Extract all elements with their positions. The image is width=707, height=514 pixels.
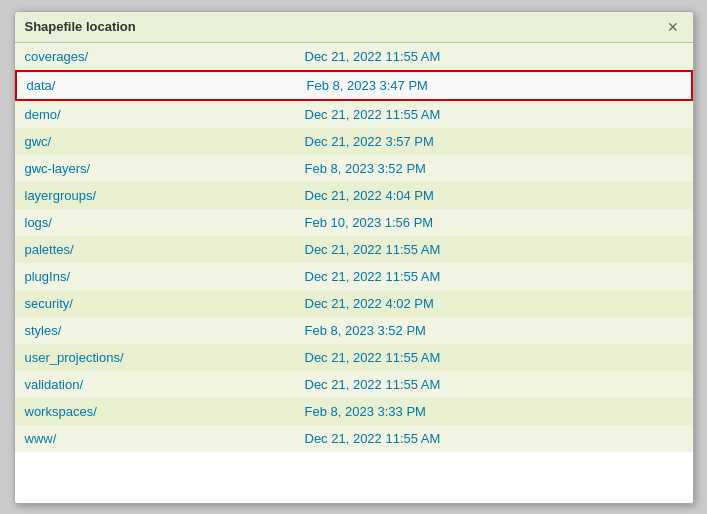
file-date: Dec 21, 2022 11:55 AM xyxy=(305,49,441,64)
file-name: coverages/ xyxy=(25,49,305,64)
file-name: styles/ xyxy=(25,323,305,338)
file-name: validation/ xyxy=(25,377,305,392)
file-name: demo/ xyxy=(25,107,305,122)
close-button[interactable]: ✕ xyxy=(663,18,683,36)
file-name: gwc-layers/ xyxy=(25,161,305,176)
file-name: www/ xyxy=(25,431,305,446)
file-name: workspaces/ xyxy=(25,404,305,419)
file-date: Feb 8, 2023 3:52 PM xyxy=(305,161,426,176)
list-item[interactable]: layergroups/Dec 21, 2022 4:04 PM xyxy=(15,182,693,209)
list-item[interactable]: demo/Dec 21, 2022 11:55 AM xyxy=(15,101,693,128)
file-date: Dec 21, 2022 11:55 AM xyxy=(305,350,441,365)
file-date: Dec 21, 2022 3:57 PM xyxy=(305,134,434,149)
list-item[interactable]: security/Dec 21, 2022 4:02 PM xyxy=(15,290,693,317)
list-item[interactable]: www/Dec 21, 2022 11:55 AM xyxy=(15,425,693,452)
list-item[interactable]: plugIns/Dec 21, 2022 11:55 AM xyxy=(15,263,693,290)
list-item[interactable]: coverages/Dec 21, 2022 11:55 AM xyxy=(15,43,693,70)
file-name: user_projections/ xyxy=(25,350,305,365)
file-date: Feb 8, 2023 3:52 PM xyxy=(305,323,426,338)
file-date: Feb 8, 2023 3:47 PM xyxy=(307,78,428,93)
file-name: layergroups/ xyxy=(25,188,305,203)
dialog-header: Shapefile location ✕ xyxy=(15,12,693,43)
file-name: data/ xyxy=(27,78,307,93)
file-name: plugIns/ xyxy=(25,269,305,284)
file-date: Feb 8, 2023 3:33 PM xyxy=(305,404,426,419)
file-date: Feb 10, 2023 1:56 PM xyxy=(305,215,434,230)
file-name: palettes/ xyxy=(25,242,305,257)
file-list: coverages/Dec 21, 2022 11:55 AMdata/Feb … xyxy=(15,43,693,503)
file-name: gwc/ xyxy=(25,134,305,149)
file-name: logs/ xyxy=(25,215,305,230)
dialog-title: Shapefile location xyxy=(25,19,136,34)
list-item[interactable]: gwc/Dec 21, 2022 3:57 PM xyxy=(15,128,693,155)
list-item[interactable]: logs/Feb 10, 2023 1:56 PM xyxy=(15,209,693,236)
list-item[interactable]: user_projections/Dec 21, 2022 11:55 AM xyxy=(15,344,693,371)
file-date: Dec 21, 2022 11:55 AM xyxy=(305,269,441,284)
list-item[interactable]: validation/Dec 21, 2022 11:55 AM xyxy=(15,371,693,398)
file-date: Dec 21, 2022 11:55 AM xyxy=(305,377,441,392)
file-date: Dec 21, 2022 4:04 PM xyxy=(305,188,434,203)
file-date: Dec 21, 2022 11:55 AM xyxy=(305,431,441,446)
list-item[interactable]: workspaces/Feb 8, 2023 3:33 PM xyxy=(15,398,693,425)
file-date: Dec 21, 2022 11:55 AM xyxy=(305,107,441,122)
file-date: Dec 21, 2022 4:02 PM xyxy=(305,296,434,311)
file-date: Dec 21, 2022 11:55 AM xyxy=(305,242,441,257)
list-item[interactable]: gwc-layers/Feb 8, 2023 3:52 PM xyxy=(15,155,693,182)
list-item[interactable]: palettes/Dec 21, 2022 11:55 AM xyxy=(15,236,693,263)
shapefile-dialog: Shapefile location ✕ coverages/Dec 21, 2… xyxy=(14,11,694,504)
list-item[interactable]: data/Feb 8, 2023 3:47 PM xyxy=(15,70,693,101)
list-item[interactable]: styles/Feb 8, 2023 3:52 PM xyxy=(15,317,693,344)
file-name: security/ xyxy=(25,296,305,311)
